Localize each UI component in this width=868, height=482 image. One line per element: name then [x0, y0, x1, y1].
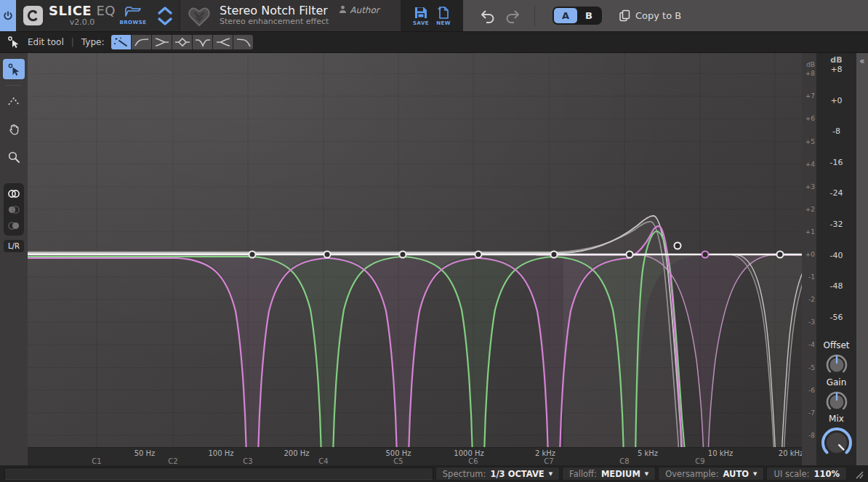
- status-bar: Spectrum:1/3 OCTAVE▼Falloff:MEDIUM▼Overs…: [0, 465, 868, 482]
- edit-tool-label: Edit tool: [28, 37, 64, 47]
- note-label-C4: C4: [318, 457, 328, 465]
- freq-label-20-kHz: 20 kHz: [779, 449, 803, 457]
- chevron-up-icon[interactable]: [157, 6, 173, 15]
- peak-icon: [174, 36, 191, 48]
- toolbar-separator: [6, 85, 22, 86]
- spectrum-scale-unit: dB: [816, 55, 856, 65]
- pan-tool-button[interactable]: [3, 119, 25, 140]
- spectrum-value: 1/3 OCTAVE: [490, 469, 544, 479]
- filter-type-buttons: [111, 35, 253, 49]
- app-version: v2.0.0: [49, 18, 116, 27]
- panel-edge: «: [856, 53, 868, 465]
- type-button-notch[interactable]: [193, 35, 212, 49]
- slice-eq-logo-icon: [23, 6, 43, 25]
- zoom-tool-button[interactable]: [3, 147, 25, 167]
- zoom-tool-icon: [7, 150, 20, 164]
- redo-button[interactable]: [504, 9, 521, 23]
- type-button-auto-wand[interactable]: [111, 35, 131, 49]
- preset-title[interactable]: Stereo Notch Filter: [220, 4, 329, 17]
- gain-scale-+0: +0: [805, 251, 815, 258]
- copy-to-b-label: Copy to B: [635, 10, 681, 21]
- preset-section: Stereo Notch Filter Stereo enhancement e…: [180, 0, 401, 31]
- new-button[interactable]: NEW: [436, 6, 451, 26]
- power-button[interactable]: [0, 0, 16, 31]
- auto-wand-icon: [113, 36, 130, 48]
- gain-scale--6: -6: [808, 387, 815, 394]
- control-point-5[interactable]: [551, 252, 558, 258]
- type-button-peak[interactable]: [172, 35, 192, 49]
- spectrum-scale--48: -48: [816, 281, 856, 291]
- offset-knob[interactable]: [824, 353, 849, 377]
- spectrum-scale--40: -40: [816, 250, 856, 260]
- channel-right-button[interactable]: [5, 219, 23, 232]
- collapse-panel-icon[interactable]: «: [856, 53, 868, 66]
- edit-tool-button[interactable]: [3, 59, 25, 79]
- left-toolbar: L/R: [0, 53, 28, 465]
- lr-mode-button[interactable]: L/R: [4, 240, 24, 252]
- header-divider: [534, 5, 535, 27]
- type-button-high-shelf[interactable]: [213, 35, 233, 49]
- slice-eq-window: SLICE EQ v2.0.0 BROWSE: [0, 0, 868, 482]
- type-button-low-shelf[interactable]: [152, 35, 172, 49]
- oversample-value: AUTO: [723, 469, 750, 479]
- control-point-7[interactable]: [675, 243, 681, 249]
- resize-grip[interactable]: [852, 469, 864, 479]
- control-point-9[interactable]: [777, 252, 784, 258]
- gain-scale--7: -7: [808, 409, 815, 417]
- spectrum-control[interactable]: Spectrum:1/3 OCTAVE▼: [435, 467, 560, 481]
- save-new-section: SAVE NEW: [401, 0, 463, 31]
- type-button-low-cut[interactable]: [132, 35, 151, 49]
- mix-knob[interactable]: [820, 426, 853, 459]
- freq-label-1000-Hz: 1000 Hz: [454, 449, 483, 457]
- note-label-C3: C3: [243, 457, 252, 465]
- falloff-control[interactable]: Falloff:MEDIUM▼: [562, 467, 656, 481]
- type-label: Type:: [81, 37, 105, 47]
- control-point-4[interactable]: [475, 252, 482, 258]
- browse-button[interactable]: BROWSE: [116, 0, 150, 31]
- header: SLICE EQ v2.0.0 BROWSE: [0, 0, 868, 32]
- copy-to-b-button[interactable]: Copy to B: [619, 9, 681, 22]
- folder-icon: [124, 6, 142, 19]
- sketch-tool-button[interactable]: [3, 92, 25, 112]
- spectrum-scale--24: -24: [816, 188, 856, 198]
- channel-both-icon: [7, 189, 21, 198]
- control-point-2[interactable]: [324, 252, 331, 258]
- notch-icon: [194, 36, 212, 48]
- ab-toggle-b[interactable]: B: [577, 8, 600, 23]
- kilohearts-heart-icon[interactable]: [186, 4, 212, 28]
- control-point-8[interactable]: [702, 252, 709, 258]
- channel-left-button[interactable]: [5, 203, 23, 216]
- offset-knob-label: Offset: [823, 340, 849, 350]
- mix-knob-block: Mix: [816, 414, 856, 459]
- eq-graph-column: 50 Hz100 Hz200 Hz500 Hz1000 Hz2 kHz5 kHz…: [28, 53, 802, 465]
- edit-toolbar: Edit tool | Type:: [0, 32, 868, 53]
- type-button-high-cut[interactable]: [233, 35, 253, 49]
- control-point-6[interactable]: [627, 252, 633, 258]
- gain-scale-+2: +2: [805, 206, 815, 213]
- freq-label-100-Hz: 100 Hz: [208, 449, 233, 457]
- main-area: L/R 50 Hz100 Hz200 Hz500 Hz1000 Hz2 kHz5…: [0, 53, 868, 465]
- ui-scale-label: UI scale:: [773, 469, 809, 479]
- oversample-control[interactable]: Oversample:AUTO▼: [658, 467, 764, 481]
- chevron-down-icon[interactable]: [157, 17, 173, 26]
- gain-scale--5: -5: [808, 364, 815, 371]
- eq-curves-canvas[interactable]: [28, 53, 802, 447]
- channel-mode-group: [4, 183, 24, 236]
- ui-scale-control[interactable]: UI scale:110%: [766, 467, 847, 481]
- spectrum-scale--8: -8: [816, 126, 856, 136]
- control-point-3[interactable]: [400, 252, 406, 258]
- control-point-1[interactable]: [249, 252, 256, 258]
- gain-scale--8: -8: [808, 432, 815, 439]
- freq-label-500-Hz: 500 Hz: [385, 449, 411, 457]
- eq-graph[interactable]: [28, 53, 802, 447]
- save-button[interactable]: SAVE: [413, 6, 429, 26]
- ab-toggle-a[interactable]: A: [554, 8, 577, 23]
- gain-scale-+5: +5: [805, 138, 815, 145]
- channel-both-button[interactable]: [5, 187, 23, 200]
- undo-button[interactable]: [479, 9, 497, 23]
- edit-cursor-icon: [7, 36, 20, 49]
- freq-label-50-Hz: 50 Hz: [134, 449, 156, 457]
- grid: [28, 53, 802, 447]
- gain-scale-+4: +4: [805, 161, 815, 168]
- gain-knob[interactable]: [824, 390, 849, 414]
